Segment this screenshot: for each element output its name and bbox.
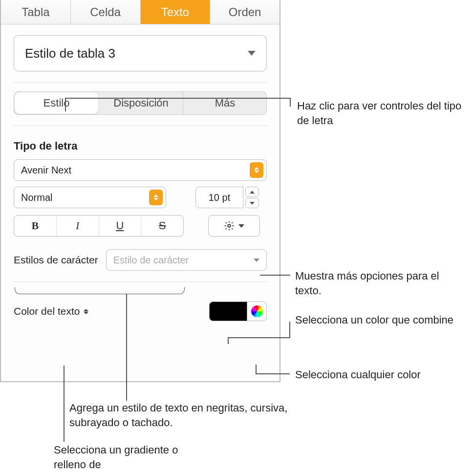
chevron-down-icon xyxy=(248,51,256,56)
divider xyxy=(14,82,267,83)
stepper-up-button[interactable] xyxy=(245,187,259,197)
color-swatch-well[interactable] xyxy=(209,302,247,321)
popup-arrows-icon xyxy=(250,162,263,178)
underline-button[interactable]: U xyxy=(99,216,142,236)
character-style-popup[interactable]: Estilo de carácter xyxy=(106,249,267,271)
callout-leader xyxy=(289,322,290,338)
callout-leader xyxy=(65,98,290,99)
font-size-field[interactable]: 10 pt xyxy=(195,187,243,208)
tab-orden[interactable]: Orden xyxy=(210,0,280,24)
italic-button[interactable]: I xyxy=(57,216,99,236)
popup-arrows-icon xyxy=(84,309,88,314)
callout-leader xyxy=(64,366,64,442)
callout-more-options: Muestra más opciones para el texto. xyxy=(295,269,466,298)
text-color-label: Color del texto xyxy=(14,305,80,317)
font-section-label: Tipo de letra xyxy=(14,140,267,152)
callout-leader xyxy=(65,98,66,111)
callout-bius: Agrega un estilo de texto en negritas, c… xyxy=(69,401,294,430)
text-color-controls xyxy=(209,302,267,321)
seg-disposicion[interactable]: Disposición xyxy=(99,91,183,115)
callout-gradient: Selecciona un gradiente o relleno de xyxy=(54,443,200,472)
callout-bracket xyxy=(15,287,185,294)
svg-point-0 xyxy=(228,224,231,227)
callout-leader xyxy=(256,365,257,373)
callout-leader xyxy=(228,337,229,344)
font-family-value: Avenir Next xyxy=(21,165,71,176)
font-style-value: Normal xyxy=(21,192,52,203)
character-styles-label: Estilos de carácter xyxy=(14,254,98,266)
tab-celda[interactable]: Celda xyxy=(71,0,141,24)
text-format-segment: B I U S xyxy=(14,215,184,237)
text-color-popup[interactable]: Color del texto xyxy=(14,305,88,317)
format-inspector-panel: Tabla Celda Texto Orden Estilo de tabla … xyxy=(0,0,280,382)
text-subtab-segment: Estilo Disposición Más xyxy=(14,91,267,115)
divider xyxy=(14,281,267,282)
callout-leader xyxy=(126,294,127,401)
paragraph-style-dropdown[interactable]: Estilo de tabla 3 xyxy=(14,35,267,71)
character-style-placeholder: Estilo de carácter xyxy=(113,255,189,266)
callout-leader xyxy=(256,373,290,374)
font-style-popup[interactable]: Normal xyxy=(14,187,166,208)
callout-font-controls: Haz clic para ver controles del tipo de … xyxy=(297,99,468,128)
callout-leader xyxy=(260,275,290,276)
seg-mas[interactable]: Más xyxy=(183,91,267,115)
advanced-text-options-button[interactable] xyxy=(208,215,260,237)
tab-tabla[interactable]: Tabla xyxy=(1,0,71,24)
seg-estilo[interactable]: Estilo xyxy=(15,92,98,114)
callout-leader xyxy=(290,98,291,107)
color-wheel-button[interactable] xyxy=(247,302,267,321)
color-wheel-icon xyxy=(251,305,263,317)
top-tab-bar: Tabla Celda Texto Orden xyxy=(1,0,280,24)
paragraph-style-value: Estilo de tabla 3 xyxy=(25,46,115,61)
tab-texto[interactable]: Texto xyxy=(141,0,211,24)
bold-button[interactable]: B xyxy=(14,216,57,236)
callout-match-color: Selecciona un color que combine xyxy=(295,313,466,327)
strikethrough-button[interactable]: S xyxy=(141,216,183,236)
font-size-control: 10 pt xyxy=(195,187,259,208)
popup-arrows-icon xyxy=(149,190,163,205)
gear-icon xyxy=(224,220,235,231)
callout-leader xyxy=(228,337,289,338)
divider xyxy=(14,126,267,126)
stepper-down-button[interactable] xyxy=(245,198,259,208)
font-size-stepper xyxy=(245,187,259,208)
chevron-down-icon xyxy=(238,224,244,228)
chevron-down-icon xyxy=(254,259,259,262)
callout-any-color: Selecciona cualquier color xyxy=(295,368,471,382)
font-family-popup[interactable]: Avenir Next xyxy=(14,159,267,181)
